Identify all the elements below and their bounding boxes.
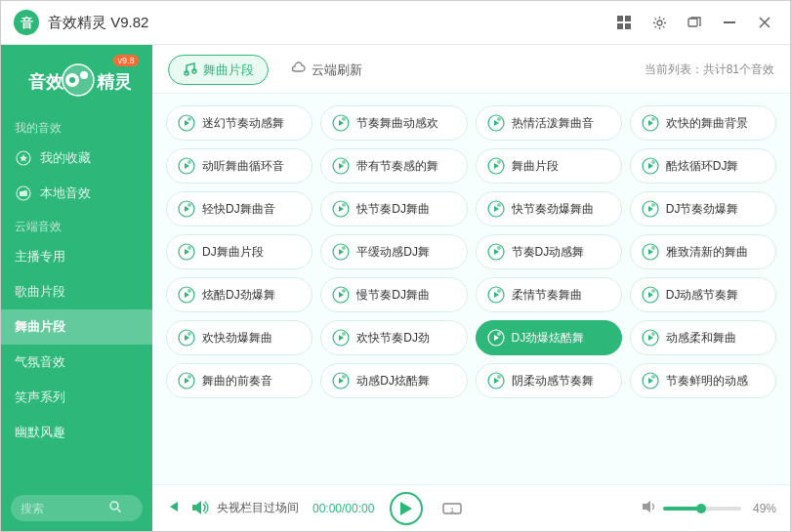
music-btn-icon-23 <box>641 328 660 348</box>
music-button-0[interactable]: 迷幻节奏动感舞 <box>166 105 312 141</box>
svg-point-66 <box>497 332 501 336</box>
tab-cloud-refresh[interactable]: 云端刷新 <box>276 55 377 85</box>
svg-rect-5 <box>625 23 631 29</box>
sidebar-item-song-clips[interactable]: 歌曲片段 <box>1 274 152 309</box>
music-btn-icon-11 <box>641 199 660 219</box>
mode-button[interactable]: 1 <box>438 495 466 522</box>
music-button-27[interactable]: 节奏鲜明的动感 <box>630 363 776 398</box>
tab1-label: 舞曲片段 <box>203 61 254 79</box>
volume-icon[interactable] <box>642 500 657 516</box>
back-icon[interactable] <box>166 499 182 518</box>
svg-point-24 <box>342 117 346 121</box>
music-btn-label-21: 欢快节奏DJ劲 <box>356 330 430 347</box>
music-button-11[interactable]: DJ节奏劲爆舞 <box>630 191 776 226</box>
music-button-6[interactable]: 舞曲片段 <box>476 148 622 184</box>
music-button-13[interactable]: 平缓动感DJ舞 <box>320 234 467 269</box>
window-mode-button[interactable] <box>681 9 708 36</box>
music-button-18[interactable]: 柔情节奏舞曲 <box>476 277 622 312</box>
music-btn-label-6: 舞曲片段 <box>512 158 559 175</box>
search-box[interactable] <box>11 495 143 521</box>
svg-text:精灵: 精灵 <box>96 72 131 92</box>
svg-point-40 <box>342 203 346 207</box>
sidebar-item-humor[interactable]: 幽默风趣 <box>1 415 152 450</box>
svg-point-12 <box>69 77 75 83</box>
close-button[interactable] <box>751 9 778 36</box>
music-button-20[interactable]: 欢快劲爆舞曲 <box>166 320 312 355</box>
broadcaster-label: 主播专用 <box>15 248 65 266</box>
music-btn-label-4: 动听舞曲循环音 <box>202 158 284 175</box>
music-button-24[interactable]: 舞曲的前奏音 <box>166 363 312 398</box>
search-input[interactable] <box>21 502 108 515</box>
svg-point-46 <box>187 246 191 250</box>
search-icon[interactable] <box>108 500 122 516</box>
tab2-label: 云端刷新 <box>312 61 362 79</box>
music-btn-icon-10 <box>486 199 506 219</box>
sidebar-logo: 音效 精灵 v9.8 <box>1 45 152 112</box>
sidebar-item-broadcaster[interactable]: 主播专用 <box>1 239 152 274</box>
music-btn-label-5: 带有节奏感的舞 <box>356 158 438 175</box>
music-button-26[interactable]: 阴柔动感节奏舞 <box>476 363 622 398</box>
svg-rect-78 <box>192 505 196 511</box>
music-btn-icon-20 <box>177 328 196 348</box>
svg-point-30 <box>187 160 191 164</box>
sidebar-item-laughter[interactable]: 笑声系列 <box>1 380 152 415</box>
music-btn-label-1: 节奏舞曲动感欢 <box>356 115 438 132</box>
minimize-button[interactable] <box>716 9 743 36</box>
music-button-9[interactable]: 快节奏DJ舞曲 <box>320 191 467 226</box>
app-logo: 音 <box>13 9 40 36</box>
settings-button[interactable] <box>645 9 673 36</box>
version-badge: v9.8 <box>113 55 138 66</box>
music-btn-icon-26 <box>486 371 506 390</box>
music-button-22[interactable]: DJ劲爆炫酷舞 <box>476 320 622 355</box>
music-button-4[interactable]: 动听舞曲循环音 <box>166 148 312 184</box>
music-button-12[interactable]: DJ舞曲片段 <box>166 234 312 269</box>
music-button-25[interactable]: 动感DJ炫酷舞 <box>320 363 467 398</box>
music-btn-icon-12 <box>177 242 196 262</box>
volume-percent: 49% <box>747 502 776 515</box>
music-button-1[interactable]: 节奏舞曲动感欢 <box>320 105 467 141</box>
music-btn-label-11: DJ节奏劲爆舞 <box>666 201 739 218</box>
sidebar-item-dance-clips[interactable]: 舞曲片段 <box>1 309 152 345</box>
play-button[interactable] <box>390 492 423 525</box>
music-btn-label-23: 动感柔和舞曲 <box>666 330 736 347</box>
music-button-5[interactable]: 带有节奏感的舞 <box>320 148 467 184</box>
svg-point-18 <box>110 502 118 510</box>
svg-point-72 <box>342 375 346 379</box>
sidebar-item-local[interactable]: 本地音效 <box>1 176 152 211</box>
svg-point-36 <box>651 160 655 164</box>
player-volume: 49% <box>642 500 776 516</box>
music-button-10[interactable]: 快节奏劲爆舞曲 <box>476 191 622 226</box>
music-button-8[interactable]: 轻快DJ舞曲音 <box>166 191 312 226</box>
svg-rect-4 <box>617 23 623 29</box>
section-cloud-sounds: 云端音效 <box>1 211 152 239</box>
music-btn-label-22: DJ劲爆炫酷舞 <box>512 330 585 347</box>
music-button-7[interactable]: 酷炫循环DJ舞 <box>630 148 776 184</box>
music-button-17[interactable]: 慢节奏DJ舞曲 <box>320 277 467 312</box>
svg-rect-2 <box>617 16 623 21</box>
music-button-14[interactable]: 节奏DJ动感舞 <box>476 234 622 269</box>
music-btn-label-17: 慢节奏DJ舞曲 <box>356 287 430 304</box>
music-btn-icon-24 <box>177 371 196 390</box>
sidebar-item-atmosphere[interactable]: 气氛音效 <box>1 345 152 380</box>
svg-point-34 <box>497 160 501 164</box>
music-button-3[interactable]: 欢快的舞曲背景 <box>630 105 776 141</box>
tab-dance-clips[interactable]: 舞曲片段 <box>168 55 269 85</box>
grid-button[interactable] <box>610 9 638 36</box>
music-button-15[interactable]: 雅致清新的舞曲 <box>630 234 776 269</box>
svg-point-74 <box>497 375 501 379</box>
sidebar-item-favorites[interactable]: 我的收藏 <box>1 141 152 176</box>
music-btn-label-8: 轻快DJ舞曲音 <box>202 201 275 218</box>
music-button-23[interactable]: 动感柔和舞曲 <box>630 320 776 355</box>
volume-slider[interactable] <box>663 507 741 511</box>
svg-text:音: 音 <box>21 16 34 30</box>
svg-point-60 <box>651 289 655 293</box>
music-btn-label-18: 柔情节奏舞曲 <box>512 287 582 304</box>
music-btn-icon-3 <box>641 113 660 133</box>
music-button-19[interactable]: DJ动感节奏舞 <box>630 277 776 312</box>
music-button-2[interactable]: 热情活泼舞曲音 <box>476 105 622 141</box>
svg-point-70 <box>187 375 191 379</box>
music-btn-icon-16 <box>177 285 196 305</box>
music-button-16[interactable]: 炫酷DJ劲爆舞 <box>166 277 312 312</box>
music-btn-icon-25 <box>331 371 351 390</box>
music-button-21[interactable]: 欢快节奏DJ劲 <box>320 320 467 355</box>
